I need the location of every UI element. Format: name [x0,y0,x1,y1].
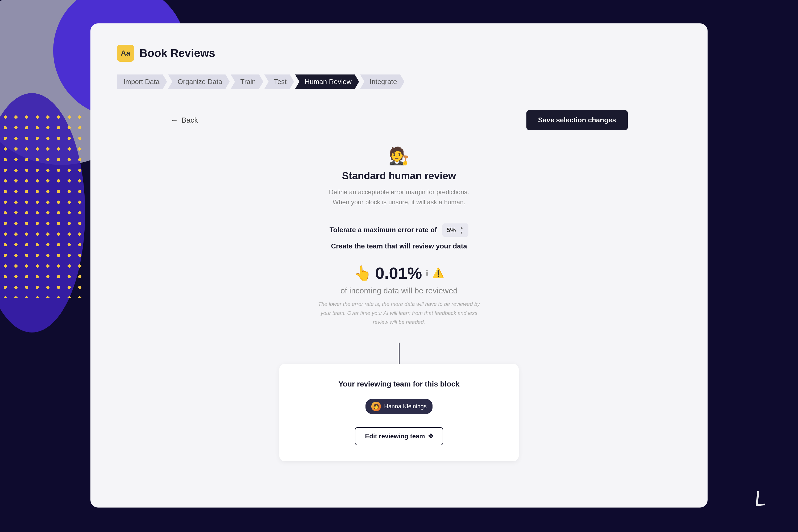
page-title: Book Reviews [139,47,215,60]
stepper-controls: ▲ ▼ [459,226,464,234]
edit-reviewing-team-button[interactable]: Edit reviewing team ✤ [355,427,443,445]
reviewer-avatar: 🧑 [371,402,381,411]
section-icon: 🧑‍⚖️ [388,146,410,166]
edit-team-icon: ✤ [428,433,433,440]
review-card: Your reviewing team for this block 🧑 Han… [279,364,519,461]
step-test[interactable]: Test [264,75,294,89]
main-card: Aa Book Reviews Import Data Organize Dat… [91,23,707,508]
save-button[interactable]: Save selection changes [527,110,628,130]
pointing-emoji: 👆 [354,265,372,281]
info-icon: ℹ [425,269,429,278]
error-rate-value: 5% [446,226,456,234]
review-card-title: Your reviewing team for this block [338,380,459,388]
back-arrow-icon: ← [170,116,178,125]
explanation-text: The lower the error rate is, the more da… [317,300,481,327]
step-train[interactable]: Train [231,75,263,89]
section-title: Standard human review [342,170,456,182]
reviewer-name: Hanna Kleinings [384,403,427,410]
step-human-review[interactable]: Human Review [295,75,359,89]
step-import-data[interactable]: Import Data [117,75,167,89]
stats-percentage: 0.01% [375,264,422,283]
stepper-down-button[interactable]: ▼ [459,230,464,234]
back-label: Back [182,116,198,125]
warning-icon: ⚠️ [432,267,444,279]
section-description: Define an acceptable error margin for pr… [329,187,469,208]
error-rate-label: Tolerate a maximum error rate of [329,226,437,234]
brand-logo: L [753,486,767,511]
stats-row: 👆 0.01% ℹ ⚠️ [354,264,444,283]
main-content: 🧑‍⚖️ Standard human review Define an acc… [117,146,681,461]
reviewer-chip: 🧑 Hanna Kleinings [365,399,433,414]
app-header: Aa Book Reviews [117,45,681,62]
error-rate-stepper[interactable]: 5% ▲ ▼ [442,224,469,237]
team-label: Create the team that will review your da… [331,242,467,250]
step-integrate[interactable]: Integrate [360,75,404,89]
error-rate-row: Tolerate a maximum error rate of 5% ▲ ▼ [329,224,469,237]
edit-team-label: Edit reviewing team [365,433,425,440]
back-button[interactable]: ← Back [170,116,198,125]
bg-dots [0,112,85,298]
connector-line [399,343,400,364]
pipeline-steps: Import Data Organize Data Train Test Hum… [117,75,681,89]
stepper-up-button[interactable]: ▲ [459,226,464,230]
app-icon-label: Aa [121,49,130,57]
step-organize-data[interactable]: Organize Data [168,75,230,89]
action-bar: ← Back Save selection changes [117,110,681,130]
incoming-label: of incoming data will be reviewed [341,286,457,295]
app-icon: Aa [117,45,134,62]
